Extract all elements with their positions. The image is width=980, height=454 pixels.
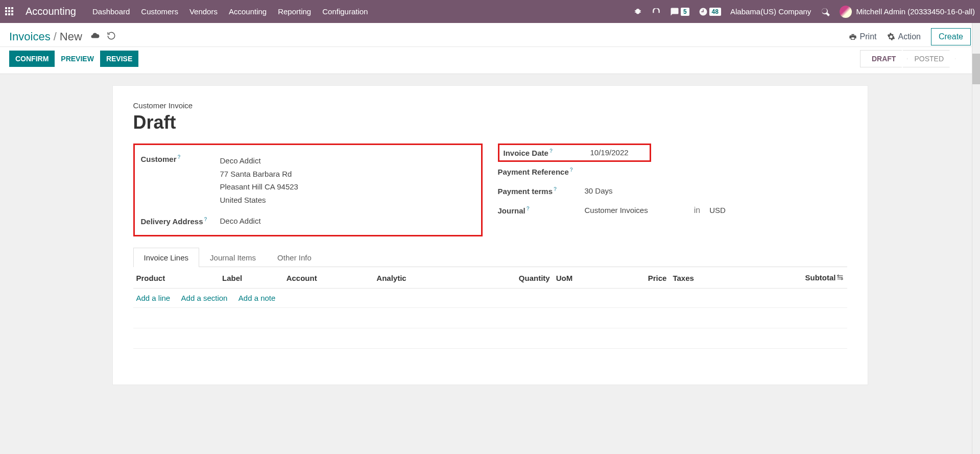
customer-field[interactable]: Deco Addict 77 Santa Barbara Rd Pleasant…	[220, 154, 298, 206]
col-subtotal[interactable]: Subtotal	[737, 267, 847, 289]
activities-icon[interactable]: 48	[699, 7, 721, 16]
col-quantity[interactable]: Quantity	[462, 267, 553, 289]
tab-journal-items[interactable]: Journal Items	[199, 248, 267, 267]
help-icon[interactable]: ?	[178, 154, 181, 160]
nav-item-reporting[interactable]: Reporting	[278, 7, 311, 16]
help-icon[interactable]: ?	[570, 167, 573, 173]
breadcrumb: Invoices / New	[9, 30, 116, 43]
app-name[interactable]: Accounting	[26, 6, 76, 17]
table-row	[133, 308, 847, 328]
nav-item-dashboard[interactable]: Dashboard	[92, 7, 130, 16]
breadcrumb-current: New	[60, 30, 82, 43]
tab-invoice-lines[interactable]: Invoice Lines	[133, 248, 200, 267]
payment-ref-label: Payment Reference?	[498, 167, 585, 176]
col-account[interactable]: Account	[283, 267, 374, 289]
revise-button[interactable]: REVISE	[100, 51, 138, 67]
support-icon[interactable]	[652, 7, 661, 16]
col-label[interactable]: Label	[219, 267, 283, 289]
col-taxes[interactable]: Taxes	[670, 267, 736, 289]
apps-icon[interactable]	[5, 7, 14, 16]
move-type-label: Customer Invoice	[133, 101, 847, 110]
breadcrumb-sep: /	[54, 30, 57, 43]
status-posted[interactable]: POSTED	[902, 50, 955, 67]
table-row	[133, 328, 847, 349]
avatar-icon	[840, 6, 852, 18]
form-sheet: Customer Invoice Draft Customer? Deco Ad…	[112, 85, 868, 385]
journal-in: in	[694, 206, 700, 215]
page-title: Draft	[133, 112, 847, 133]
help-icon[interactable]: ?	[527, 206, 530, 211]
status-draft[interactable]: DRAFT	[860, 50, 907, 67]
cloud-icon[interactable]	[90, 30, 100, 43]
bug-icon[interactable]	[633, 7, 642, 16]
invoice-date-field[interactable]: 10/19/2022	[590, 148, 629, 157]
messages-icon[interactable]: 5	[670, 7, 689, 16]
columns-menu-icon[interactable]	[836, 273, 844, 283]
nav-item-vendors[interactable]: Vendors	[189, 7, 218, 16]
add-note-link[interactable]: Add a note	[238, 294, 276, 302]
invoice-date-label: Invoice Date?	[504, 148, 590, 157]
nav-item-configuration[interactable]: Configuration	[322, 7, 368, 16]
add-section-link[interactable]: Add a section	[181, 294, 228, 302]
customer-label: Customer?	[141, 154, 220, 163]
scrollbar[interactable]	[972, 23, 980, 396]
col-uom[interactable]: UoM	[553, 267, 609, 289]
highlight-right: Invoice Date? 10/19/2022	[498, 144, 651, 162]
tools-icon[interactable]	[820, 7, 830, 17]
button-bar: CONFIRM PREVIEW REVISE DRAFT POSTED	[0, 47, 980, 74]
tab-other-info[interactable]: Other Info	[267, 248, 322, 267]
messages-badge: 5	[681, 8, 689, 16]
user-name: Mitchell Admin (20333450-16-0-all)	[856, 7, 975, 16]
print-button[interactable]: Print	[849, 32, 877, 41]
tabs: Invoice Lines Journal Items Other Info	[133, 248, 847, 267]
scrollbar-thumb[interactable]	[972, 54, 980, 84]
discard-icon[interactable]	[107, 30, 116, 43]
help-icon[interactable]: ?	[554, 186, 557, 192]
highlight-left: Customer? Deco Addict 77 Santa Barbara R…	[133, 144, 483, 236]
col-price[interactable]: Price	[609, 267, 670, 289]
col-product[interactable]: Product	[133, 267, 220, 289]
payment-terms-field[interactable]: 30 Days	[585, 186, 613, 195]
delivery-field[interactable]: Deco Addict	[220, 217, 261, 225]
table-row: Add a line Add a section Add a note	[133, 289, 847, 308]
company-selector[interactable]: Alabama(US) Company	[730, 7, 811, 16]
preview-button[interactable]: PREVIEW	[55, 51, 100, 67]
confirm-button[interactable]: CONFIRM	[9, 51, 55, 67]
help-icon[interactable]: ?	[204, 217, 207, 222]
journal-label: Journal?	[498, 206, 585, 215]
status-bar: DRAFT POSTED	[860, 50, 971, 67]
action-button[interactable]: Action	[887, 32, 921, 41]
nav-item-accounting[interactable]: Accounting	[229, 7, 267, 16]
delivery-label: Delivery Address?	[141, 217, 220, 226]
breadcrumb-root[interactable]: Invoices	[9, 30, 51, 43]
invoice-lines-table: Product Label Account Analytic Quantity …	[133, 267, 847, 369]
help-icon[interactable]: ?	[549, 148, 553, 154]
table-row	[133, 349, 847, 369]
top-nav: Accounting Dashboard Customers Vendors A…	[0, 0, 980, 23]
activities-badge: 48	[709, 8, 721, 16]
payment-terms-label: Payment terms?	[498, 186, 585, 196]
create-button[interactable]: Create	[931, 28, 971, 45]
user-menu[interactable]: Mitchell Admin (20333450-16-0-all)	[840, 6, 975, 18]
nav-item-customers[interactable]: Customers	[141, 7, 178, 16]
control-row: Invoices / New Print Action Create	[0, 23, 980, 47]
add-line-link[interactable]: Add a line	[136, 294, 171, 302]
currency-field[interactable]: USD	[709, 206, 726, 214]
journal-field[interactable]: Customer Invoices	[585, 206, 648, 214]
col-analytic[interactable]: Analytic	[373, 267, 462, 289]
